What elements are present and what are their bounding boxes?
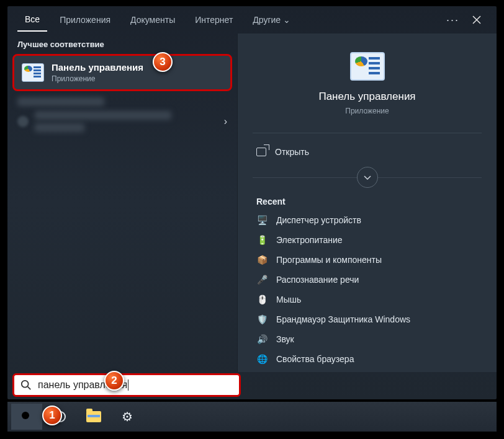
recent-item-power[interactable]: 🔋Электропитание bbox=[238, 230, 497, 250]
search-icon bbox=[20, 379, 32, 391]
speech-icon: 🎤 bbox=[256, 274, 268, 285]
svg-point-0 bbox=[22, 381, 29, 388]
tab-documents[interactable]: Документы bbox=[123, 9, 182, 31]
recent-header: Recent bbox=[238, 190, 497, 210]
power-icon: 🔋 bbox=[256, 234, 268, 246]
control-panel-icon bbox=[22, 63, 44, 82]
browser-props-icon: 🌐 bbox=[256, 353, 268, 365]
taskbar: ⚙ bbox=[7, 402, 497, 432]
search-icon bbox=[20, 410, 33, 423]
windows-search-panel: Все Приложения Документы Интернет Другие… bbox=[7, 6, 497, 399]
sound-icon: 🔊 bbox=[256, 334, 268, 345]
open-icon bbox=[256, 148, 266, 156]
more-options-button[interactable]: ··· bbox=[439, 14, 467, 27]
tab-all[interactable]: Все bbox=[17, 8, 47, 32]
expand-button[interactable] bbox=[357, 167, 378, 188]
close-button[interactable] bbox=[467, 10, 487, 30]
programs-icon: 📦 bbox=[256, 254, 268, 265]
recent-item-mouse[interactable]: 🖱️Мышь bbox=[238, 290, 497, 309]
preview-title: Панель управления bbox=[318, 91, 415, 103]
firewall-icon: 🛡️ bbox=[256, 314, 268, 325]
recent-item-speech[interactable]: 🎤Распознавание речи bbox=[238, 270, 497, 290]
mouse-icon: 🖱️ bbox=[256, 294, 268, 305]
best-match-subtitle: Приложение bbox=[52, 74, 143, 83]
blurred-section-header bbox=[17, 97, 104, 106]
tab-more[interactable]: Другие ⌄ bbox=[245, 9, 298, 31]
gear-icon: ⚙ bbox=[122, 409, 133, 424]
control-panel-large-icon bbox=[350, 52, 385, 81]
preview-subtitle: Приложение bbox=[345, 107, 389, 115]
best-match-header: Лучшее соответствие bbox=[7, 33, 237, 54]
preview-pane: Панель управления Приложение Открыть Rec… bbox=[237, 33, 497, 372]
explorer-icon bbox=[86, 411, 101, 422]
best-match-result[interactable]: Панель управления Приложение bbox=[12, 54, 232, 91]
device-manager-icon: 🖥️ bbox=[256, 215, 268, 226]
blurred-result[interactable]: › bbox=[17, 111, 227, 132]
svg-point-1 bbox=[22, 412, 29, 419]
taskbar-search-button[interactable] bbox=[11, 404, 42, 430]
taskbar-explorer-button[interactable] bbox=[78, 404, 109, 430]
recent-item-programs[interactable]: 📦Программы и компоненты bbox=[238, 250, 497, 270]
recent-item-firewall[interactable]: 🛡️Брандмауэр Защитника Windows bbox=[238, 309, 497, 329]
chevron-right-icon: › bbox=[224, 116, 227, 127]
search-tabs: Все Приложения Документы Интернет Другие… bbox=[7, 6, 497, 33]
annotation-marker-3: 3 bbox=[153, 52, 173, 72]
recent-item-device-manager[interactable]: 🖥️Диспетчер устройств bbox=[238, 210, 497, 230]
annotation-marker-2: 2 bbox=[104, 371, 124, 391]
annotation-marker-1: 1 bbox=[42, 406, 62, 425]
search-input[interactable]: панель управления bbox=[12, 373, 241, 397]
open-action[interactable]: Открыть bbox=[238, 140, 497, 164]
recent-item-browser[interactable]: 🌐Свойства браузера bbox=[238, 349, 497, 369]
tab-web[interactable]: Интернет bbox=[187, 9, 240, 31]
chevron-down-icon: ⌄ bbox=[283, 15, 290, 25]
results-pane: Лучшее соответствие Панель управления Пр… bbox=[7, 33, 237, 372]
taskbar-settings-button[interactable]: ⚙ bbox=[112, 404, 143, 430]
recent-item-sound[interactable]: 🔊Звук bbox=[238, 329, 497, 349]
best-match-title: Панель управления bbox=[52, 62, 143, 73]
open-label: Открыть bbox=[275, 147, 309, 157]
tab-apps[interactable]: Приложения bbox=[52, 9, 118, 31]
